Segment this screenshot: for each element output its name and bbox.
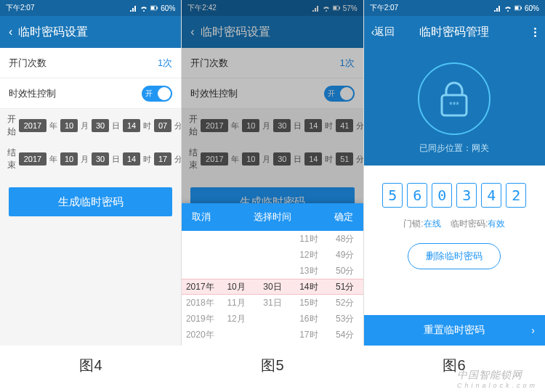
start-year[interactable]: 2017 [19, 119, 47, 132]
chevron-right-icon: › [531, 324, 535, 336]
sync-status: 已同步位置：网关 [419, 142, 489, 155]
menu-dots-icon[interactable] [534, 28, 536, 37]
wifi-icon [140, 4, 148, 12]
wifi-icon [504, 4, 512, 12]
header-title: 临时密码设置 [18, 25, 172, 40]
end-hour[interactable]: 14 [123, 152, 140, 166]
svg-rect-2 [157, 7, 158, 9]
password-body: 5 6 0 3 4 2 门锁:在线 临时密码:有效 删除临时密码 重置临时密码 … [364, 166, 545, 346]
svg-rect-5 [339, 7, 339, 9]
wifi-icon [323, 4, 330, 12]
lock-status-panel: *** 已同步位置：网关 [364, 48, 545, 166]
time-control-toggle[interactable]: 开 [142, 86, 172, 102]
caption-4: 图4 [0, 346, 182, 385]
watermark: 中国智能锁网Chinalock.com [457, 369, 538, 389]
end-min[interactable]: 17 [154, 152, 171, 166]
picker-confirm[interactable]: 确定 [334, 211, 353, 224]
signal-icon [130, 4, 137, 12]
picker-cancel[interactable]: 取消 [192, 211, 211, 224]
start-hour[interactable]: 14 [123, 119, 140, 132]
delete-password-button[interactable]: 删除临时密码 [408, 243, 501, 269]
status-bar: 下午2:07 60% [0, 0, 181, 16]
time-control-row: 时效性控制 开 [0, 78, 181, 109]
svg-rect-4 [333, 7, 336, 9]
status-bar: 下午2:42 57% [182, 0, 363, 16]
start-day[interactable]: 30 [92, 119, 109, 132]
status-bar: 下午2:07 60% [364, 0, 545, 16]
end-month[interactable]: 10 [60, 152, 78, 166]
header-title: 临时密码设置 [201, 25, 355, 40]
end-year[interactable]: 2017 [19, 152, 47, 166]
time-control-toggle: 开 [324, 86, 355, 102]
screen-6: 下午2:07 60% ‹返回 临时密码管理 *** 已同步位置：网关 5 [363, 0, 545, 346]
lock-icon: *** [418, 62, 490, 135]
reset-password-button[interactable]: 重置临时密码 › [364, 315, 545, 346]
status-time: 下午2:07 [6, 3, 34, 13]
status-line: 门锁:在线 临时密码:有效 [403, 218, 505, 230]
svg-rect-1 [151, 7, 155, 9]
picker-col-year: 2017年2018年2019年2020年 [182, 231, 218, 346]
end-date-row: 结束 2017年 10月 30日 14时 51分 [182, 142, 363, 176]
time-control-row: 时效性控制 开 [182, 78, 363, 109]
code-digit: 5 [382, 183, 403, 208]
picker-header: 取消 选择时间 确定 [182, 203, 363, 231]
battery-percent: 60% [161, 4, 175, 12]
start-date-row: 开始 2017年 10月 30日 14时 07分 [0, 109, 181, 142]
battery-icon [514, 4, 522, 12]
open-count-row[interactable]: 开门次数 1次 [0, 48, 181, 78]
start-month[interactable]: 10 [60, 119, 78, 132]
end-date-row: 结束 2017年 10月 30日 14时 17分 [0, 142, 181, 176]
status-time: 下午2:07 [370, 3, 398, 13]
generate-button[interactable]: 生成临时密码 [9, 187, 172, 216]
time-control-label: 时效性控制 [9, 87, 142, 100]
svg-rect-7 [515, 7, 519, 9]
start-date-row: 开始 2017年 10月 30日 14时 41分 [182, 109, 363, 142]
back-icon[interactable]: ‹ [190, 25, 194, 38]
svg-text:***: *** [449, 100, 459, 110]
back-icon[interactable]: ‹ [9, 25, 12, 38]
open-count-value: 1次 [158, 57, 172, 70]
code-digit: 0 [432, 183, 452, 208]
picker-wheel[interactable]: 2017年2018年2019年2020年 10月11月12月 30日31日 11… [182, 231, 363, 346]
header-title: 临时密码管理 [419, 25, 489, 40]
app-header: ‹ 临时密码设置 [182, 16, 363, 48]
code-digit: 3 [456, 183, 477, 208]
svg-rect-8 [521, 7, 522, 9]
time-picker-sheet: 取消 选择时间 确定 2017年2018年2019年2020年 10月11月12… [182, 203, 363, 346]
code-digit: 2 [506, 183, 526, 208]
app-header: ‹ 临时密码设置 [0, 16, 181, 48]
screen-4: 下午2:07 60% ‹ 临时密码设置 开门次数 1次 时效性控制 开 开始 2… [0, 0, 181, 346]
battery-icon [150, 4, 158, 12]
back-button[interactable]: ‹返回 [371, 25, 395, 38]
caption-5: 图5 [182, 346, 363, 385]
code-digit: 4 [481, 183, 501, 208]
password-code: 5 6 0 3 4 2 [382, 183, 526, 208]
code-digit: 6 [407, 183, 427, 208]
start-label: 开始 [7, 113, 16, 138]
signal-icon [312, 4, 320, 12]
start-min[interactable]: 07 [154, 119, 171, 132]
open-count-label: 开门次数 [9, 57, 158, 70]
battery-percent: 57% [343, 4, 358, 12]
battery-icon [333, 4, 340, 12]
app-header: ‹返回 临时密码管理 [364, 16, 545, 48]
battery-percent: 60% [525, 4, 539, 12]
status-time: 下午2:42 [187, 3, 216, 13]
open-count-row: 开门次数 1次 [182, 48, 363, 78]
end-day[interactable]: 30 [92, 152, 109, 166]
end-label: 结束 [7, 147, 16, 171]
signal-icon [494, 4, 501, 12]
screen-5: 下午2:42 57% ‹ 临时密码设置 开门次数 1次 时效性控制 开 [181, 0, 363, 346]
